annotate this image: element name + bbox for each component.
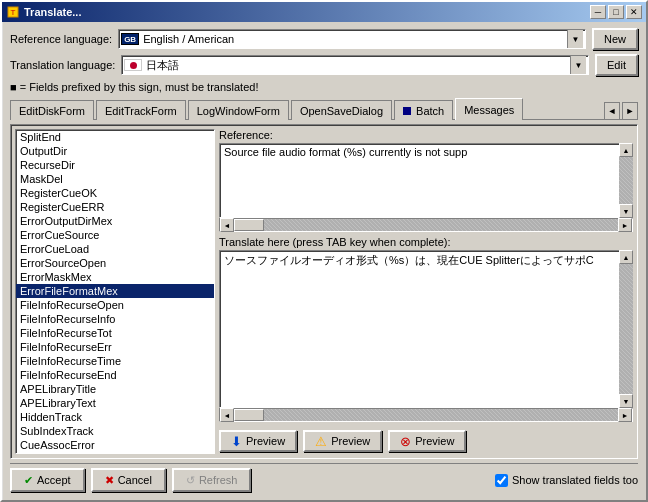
svg-text:T: T [11,8,16,17]
translation-combo-arrow[interactable]: ▼ [570,56,586,74]
preview-button-3[interactable]: ⊗ Preview [388,430,466,452]
cancel-button[interactable]: ✖ Cancel [91,468,166,492]
reference-vscroll: ▲ ▼ [619,143,633,218]
right-panel: Reference: Source file audio format (%s)… [219,129,633,454]
translate-scroll-down[interactable]: ▼ [619,394,633,408]
reference-section: Reference: Source file audio format (%s)… [219,129,633,232]
translate-vscroll: ▲ ▼ [619,250,633,408]
list-item[interactable]: ErrorMaskMex [16,270,214,284]
list-item[interactable]: RecurseDir [16,158,214,172]
reference-hscroll-right[interactable]: ► [618,218,632,232]
show-translated-label: Show translated fields too [512,474,638,486]
preview3-label: Preview [415,435,454,447]
list-item[interactable]: FileInfoRecurseEnd [16,368,214,382]
list-item[interactable]: ErrorCueSource [16,228,214,242]
list-item[interactable]: FileInfoRecurseTot [16,326,214,340]
tab-edittrackform[interactable]: EditTrackForm [96,100,186,120]
translation-combo-value: 日本語 [124,58,570,73]
list-item[interactable]: APELibraryTitle [16,382,214,396]
batch-bullet-icon [403,107,411,115]
reference-language-combo[interactable]: GB English / American ▼ [118,29,586,49]
main-window: T Translate... ─ □ ✕ Reference language:… [0,0,648,502]
reference-scroll-down[interactable]: ▼ [619,204,633,218]
show-translated-checkbox[interactable] [495,474,508,487]
list-item[interactable]: CueAssocError [16,438,214,452]
reference-scroll-track[interactable] [619,157,633,204]
cancel-label: Cancel [118,474,152,486]
preview-row: ⬇ Preview ⚠ Preview ⊗ Preview [219,426,633,454]
tab-batch[interactable]: Batch [394,100,453,120]
preview-button-2[interactable]: ⚠ Preview [303,430,382,452]
info-text: ■ = Fields prefixed by this sign, must b… [10,81,258,93]
translation-language-row: Translation language: 日本語 ▼ Edit [10,54,638,76]
preview-button-1[interactable]: ⬇ Preview [219,430,297,452]
reference-combo-arrow[interactable]: ▼ [567,30,583,48]
translation-language-combo[interactable]: 日本語 ▼ [121,55,589,75]
reference-hscroll-left[interactable]: ◄ [220,218,234,232]
translate-hscroll-track [234,409,618,421]
info-bar: ■ = Fields prefixed by this sign, must b… [10,80,638,94]
reference-hscroll[interactable]: ◄ ► [219,218,633,232]
preview1-icon: ⬇ [231,434,242,449]
tab-messages[interactable]: Messages [455,98,523,120]
flag-jp [124,59,142,71]
list-item[interactable]: HiddenTrack [16,410,214,424]
list-item[interactable]: OutputDir [16,144,214,158]
window-controls: ─ □ ✕ [590,5,642,19]
list-item[interactable]: APELibraryText [16,396,214,410]
minimize-button[interactable]: ─ [590,5,606,19]
window-body: Reference language: GB English / America… [2,22,646,500]
translate-hscroll[interactable]: ◄ ► [219,408,633,422]
flag-uk: GB [121,33,139,45]
list-item[interactable]: ErrorCueLoad [16,242,214,256]
list-item[interactable]: MaskDel [16,172,214,186]
list-item[interactable]: SplitEnd [16,130,214,144]
translate-text: ソースファイルオーディオ形式（%s）は、現在CUE Splitterによってサポ… [224,254,594,266]
list-item-selected[interactable]: ErrorFileFormatMex [16,284,214,298]
tab-opensavedialog-label: OpenSaveDialog [300,105,383,117]
preview3-icon: ⊗ [400,434,411,449]
tab-nav-right[interactable]: ► [622,102,638,120]
translate-scroll-up[interactable]: ▲ [619,250,633,264]
list-item[interactable]: FileInfoRecurseErr [16,340,214,354]
edit-button[interactable]: Edit [595,54,638,76]
translation-label: Translation language: [10,59,115,71]
reference-language-row: Reference language: GB English / America… [10,28,638,50]
cancel-icon: ✖ [105,474,114,487]
reference-value: English / American [143,33,234,45]
title-bar: T Translate... ─ □ ✕ [2,2,646,22]
reference-text: Source file audio format (%s) currently … [224,146,467,158]
items-list[interactable]: SplitEnd OutputDir RecurseDir MaskDel Re… [15,129,215,454]
tab-editdiskform[interactable]: EditDiskForm [10,100,94,120]
tab-opensavedialog[interactable]: OpenSaveDialog [291,100,392,120]
reference-scroll-up[interactable]: ▲ [619,143,633,157]
list-item[interactable]: FileInfoRecurseInfo [16,312,214,326]
reference-hscroll-thumb[interactable] [234,219,264,231]
tab-logwindowform-label: LogWindowForm [197,105,280,117]
list-item[interactable]: ErrorOutputDirMex [16,214,214,228]
list-item[interactable]: FileInfoRecurseTime [16,354,214,368]
tab-logwindowform[interactable]: LogWindowForm [188,100,289,120]
list-item[interactable]: FileInfoRecurseOpen [16,298,214,312]
translate-textbox-wrapper: ソースファイルオーディオ形式（%s）は、現在CUE Splitterによってサポ… [219,250,633,408]
list-item[interactable]: SubIndexTrack [16,424,214,438]
close-button[interactable]: ✕ [626,5,642,19]
translate-textbox[interactable]: ソースファイルオーディオ形式（%s）は、現在CUE Splitterによってサポ… [219,250,633,408]
accept-button[interactable]: ✔ Accept [10,468,85,492]
translate-hscroll-thumb[interactable] [234,409,264,421]
translation-value: 日本語 [146,58,179,73]
list-item[interactable]: ErrorSourceOpen [16,256,214,270]
tab-messages-label: Messages [464,104,514,116]
tab-nav-left[interactable]: ◄ [604,102,620,120]
list-item[interactable]: RegisterCueOK [16,186,214,200]
translate-hscroll-left[interactable]: ◄ [220,408,234,422]
translate-section: Translate here (press TAB key when compl… [219,236,633,422]
translate-scroll-track[interactable] [619,264,633,394]
translate-hscroll-right[interactable]: ► [618,408,632,422]
list-item[interactable]: RegisterCueERR [16,200,214,214]
new-button[interactable]: New [592,28,638,50]
maximize-button[interactable]: □ [608,5,624,19]
tab-bar: EditDiskForm EditTrackForm LogWindowForm… [10,98,638,120]
tab-batch-label: Batch [416,105,444,117]
refresh-button[interactable]: ↺ Refresh [172,468,252,492]
